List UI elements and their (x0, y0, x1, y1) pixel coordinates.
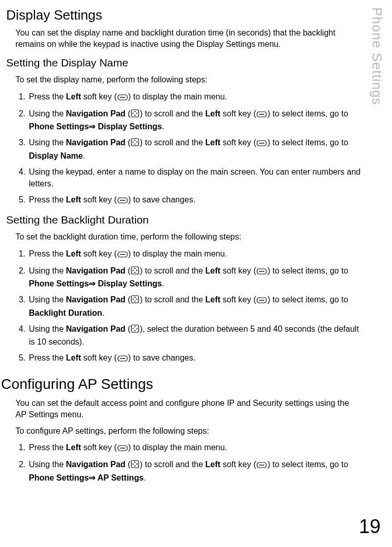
text: ) to display the main menu. (128, 92, 227, 101)
bold: Left (206, 138, 220, 147)
text: ) to scroll and the (140, 138, 205, 147)
bold: Navigation Pad (66, 109, 126, 118)
bold: Left (206, 109, 220, 118)
bold: Left (206, 295, 220, 304)
bold: Navigation Pad (66, 138, 126, 147)
softkey-icon (257, 459, 267, 471)
step: Press the Left soft key () to save chang… (28, 352, 361, 365)
bold: Left (66, 92, 81, 101)
bold: Left (206, 266, 220, 275)
text: ) to save changes. (128, 353, 196, 362)
bold: Display Settings (95, 122, 162, 131)
text: ( (126, 324, 131, 333)
bold: Phone Settings (29, 122, 89, 131)
side-tab-label: Phone Settings (369, 7, 385, 105)
step: Using the Navigation Pad () to scroll an… (28, 458, 361, 483)
bold: Left (206, 460, 220, 469)
arrow-icon: ⇒ (89, 473, 95, 482)
heading-set-display-name: Setting the Display Name (6, 57, 361, 69)
text: soft key ( (220, 460, 256, 469)
step: Press the Left soft key () to display th… (28, 248, 361, 261)
text: ( (126, 266, 131, 275)
bold: Display Name (29, 151, 83, 160)
text: Using the (29, 266, 66, 275)
text: ) to select items, go to (267, 109, 348, 118)
steps-ap-settings: Press the Left soft key () to display th… (15, 441, 361, 484)
text: soft key ( (81, 92, 116, 101)
bold: Phone Settings (29, 473, 89, 482)
softkey-icon (117, 92, 128, 104)
bold: Navigation Pad (66, 295, 126, 304)
page: Phone Settings Display Settings You can … (0, 0, 392, 547)
lead-ap-settings: To configure AP settings, perform the fo… (15, 425, 361, 437)
bold: AP Settings (95, 473, 143, 482)
step: Using the Navigation Pad (), select the … (28, 323, 361, 348)
text: ) to select items, go to (267, 295, 348, 304)
softkey-icon (257, 266, 267, 278)
text: soft key ( (81, 249, 116, 258)
text: ) to display the main menu. (128, 249, 227, 258)
arrow-icon: ⇒ (89, 122, 95, 131)
heading-ap-settings: Configuring AP Settings (1, 376, 361, 392)
text: soft key ( (220, 266, 256, 275)
text: ) to select items, go to (267, 266, 348, 275)
text: . (83, 151, 85, 160)
step: Press the Left soft key () to save chang… (28, 194, 361, 207)
intro-ap-settings: You can set the default access point and… (15, 398, 361, 420)
text: Using the (29, 109, 66, 118)
text: soft key ( (220, 138, 256, 147)
bold: Navigation Pad (66, 460, 126, 469)
step: Using the Navigation Pad () to scroll an… (28, 265, 361, 289)
text: Using the (29, 324, 66, 333)
text: ) to save changes. (128, 195, 196, 204)
text: soft key ( (81, 195, 116, 204)
softkey-icon (257, 138, 267, 149)
text: ( (126, 138, 131, 147)
step: Press the Left soft key () to display th… (28, 91, 361, 104)
text: ) to scroll and the (140, 295, 205, 304)
text: Using the keypad, enter a name to displa… (29, 167, 361, 188)
bold: Left (66, 195, 81, 204)
steps-set-backlight: Press the Left soft key () to display th… (15, 248, 361, 365)
text: Press the (29, 195, 66, 204)
bold: Navigation Pad (66, 266, 126, 275)
bold: Left (66, 353, 81, 362)
text: Press the (29, 353, 66, 362)
text: ( (126, 295, 131, 304)
text: Using the (29, 138, 66, 147)
navpad-icon (131, 138, 139, 149)
text: Using the (29, 460, 66, 469)
navpad-icon (131, 109, 139, 121)
text: Using the (29, 295, 66, 304)
heading-display-settings: Display Settings (6, 7, 361, 23)
text: ( (126, 460, 131, 469)
text: soft key ( (220, 295, 256, 304)
navpad-icon (131, 324, 139, 336)
text: Press the (29, 443, 66, 452)
softkey-icon (257, 295, 267, 306)
intro-display-settings: You can set the display name and backlig… (15, 27, 361, 49)
text: ) to scroll and the (140, 109, 205, 118)
text: soft key ( (81, 443, 116, 452)
step: Using the Navigation Pad () to scroll an… (28, 108, 361, 132)
navpad-icon (131, 266, 139, 278)
navpad-icon (131, 295, 139, 306)
text: ) to display the main menu. (128, 443, 227, 452)
bold: Left (66, 443, 81, 452)
text: Press the (29, 249, 66, 258)
steps-set-display-name: Press the Left soft key () to display th… (15, 91, 361, 207)
step: Press the Left soft key () to display th… (28, 441, 361, 454)
intro-set-display-name: To set the display name, perform the fol… (15, 74, 361, 86)
text: Press the (29, 92, 66, 101)
text: . (102, 309, 104, 317)
bold: Left (66, 249, 81, 258)
text: ) to scroll and the (140, 266, 205, 275)
intro-set-backlight: To set the backlight duration time, perf… (15, 231, 361, 243)
text: ) to scroll and the (140, 460, 205, 469)
bold: Phone Settings (29, 279, 89, 288)
text: . (162, 122, 164, 131)
bold: Navigation Pad (66, 324, 126, 333)
text: . (144, 473, 146, 482)
softkey-icon (257, 109, 267, 121)
step: Using the keypad, enter a name to displa… (28, 166, 361, 190)
